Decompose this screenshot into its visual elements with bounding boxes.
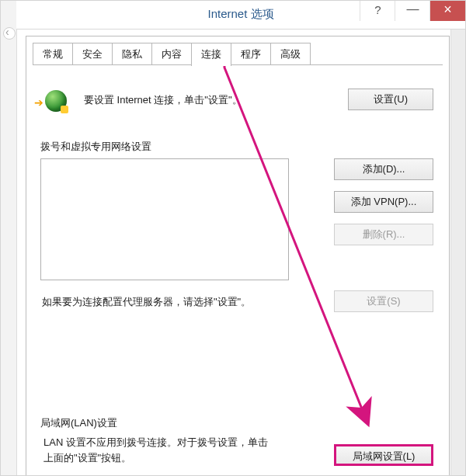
dialup-area: 添加(D)... 添加 VPN(P)... 删除(R)... 如果要为连接配置代… <box>37 158 438 314</box>
dialog-body: ➔ 要设置 Internet 连接，单击"设置"。 设置(U) 拨号和虚拟专用网… <box>26 65 449 466</box>
dialup-connections-list[interactable] <box>40 158 289 280</box>
lan-settings-button[interactable]: 局域网设置(L) <box>334 444 433 466</box>
back-icon[interactable] <box>3 27 16 40</box>
internet-options-dialog: 常规 安全 隐私 内容 连接 程序 高级 ➔ 要设置 Internet 连接，单… <box>26 36 450 475</box>
setup-text: 要设置 Internet 连接，单击"设置"。 <box>84 93 242 107</box>
dialup-buttons: 添加(D)... 添加 VPN(P)... 删除(R)... <box>334 158 433 256</box>
tab-advanced[interactable]: 高级 <box>270 43 311 64</box>
title-bar: Internet 选项 ? — × <box>16 1 465 30</box>
app-frame: Internet 选项 ? — × 常规 安全 隐私 内容 连接 程序 高级 ➔… <box>0 0 466 476</box>
tab-privacy[interactable]: 隐私 <box>112 43 152 64</box>
tab-connections[interactable]: 连接 <box>191 43 231 66</box>
lan-group-label: 局域网(LAN)设置 <box>40 416 438 430</box>
dialup-group-label: 拨号和虚拟专用网络设置 <box>40 140 438 154</box>
setup-button[interactable]: 设置(U) <box>348 89 433 110</box>
dial-settings-button: 设置(S) <box>334 290 433 312</box>
tab-strip: 常规 安全 隐私 内容 连接 程序 高级 <box>33 43 443 65</box>
left-window-strip <box>1 1 17 476</box>
globe-icon: ➔ <box>42 89 68 115</box>
lan-note-line2: 上面的"设置"按钮。 <box>43 452 131 464</box>
setup-row: ➔ 要设置 Internet 连接，单击"设置"。 设置(U) <box>37 84 438 134</box>
lan-note: LAN 设置不应用到拨号连接。对于拨号设置，单击 上面的"设置"按钮。 <box>43 435 300 466</box>
tab-general[interactable]: 常规 <box>33 43 73 64</box>
right-scroll-strip <box>450 29 465 476</box>
tab-content[interactable]: 内容 <box>151 43 192 64</box>
minimize-button[interactable]: — <box>395 1 430 21</box>
lan-note-line1: LAN 设置不应用到拨号连接。对于拨号设置，单击 <box>43 436 268 448</box>
remove-button: 删除(R)... <box>334 224 433 245</box>
tab-programs[interactable]: 程序 <box>231 43 271 64</box>
close-button[interactable]: × <box>429 1 465 21</box>
help-button[interactable]: ? <box>360 1 395 21</box>
add-button[interactable]: 添加(D)... <box>334 158 433 180</box>
tab-security[interactable]: 安全 <box>72 43 113 64</box>
add-vpn-button[interactable]: 添加 VPN(P)... <box>334 191 433 213</box>
proxy-note: 如果要为连接配置代理服务器，请选择"设置"。 <box>42 295 251 309</box>
